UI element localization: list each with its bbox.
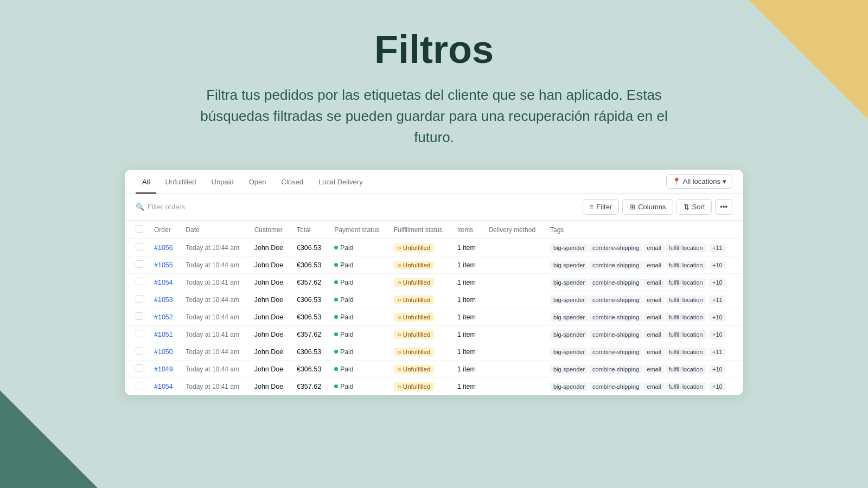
row-select-checkbox[interactable] [136, 243, 143, 251]
row-checkbox[interactable] [125, 239, 149, 256]
tab-local-delivery[interactable]: Local Delivery [312, 170, 369, 194]
tag-pill: fulfill location [666, 313, 706, 322]
order-number[interactable]: #1051 [154, 331, 173, 338]
tabs-list: All Unfulfilled Unpaid Open Closed Local… [136, 170, 369, 193]
row-checkbox[interactable] [125, 256, 149, 274]
row-checkbox[interactable] [125, 378, 149, 395]
row-select-checkbox[interactable] [136, 382, 143, 389]
sort-button[interactable]: ⇅ Sort [676, 199, 712, 215]
tags-overflow: +10 [709, 365, 726, 374]
order-date: Today at 10:41 am [186, 383, 239, 390]
row-date: Today at 10:44 am [180, 239, 248, 256]
tag-pill: big-spender [550, 278, 588, 287]
row-payment-status: Paid [329, 361, 388, 378]
paid-dot-icon [334, 263, 338, 267]
page-title: Filtros [374, 27, 494, 72]
row-checkbox[interactable] [125, 291, 149, 309]
order-number[interactable]: #1049 [154, 365, 173, 373]
row-fulfillment-status: ○ Unfulfilled [388, 361, 452, 378]
order-number[interactable]: #1055 [154, 261, 173, 269]
row-delivery [483, 361, 545, 378]
row-fulfillment-status: ○ Unfulfilled [388, 291, 452, 309]
tag-pill: email [643, 313, 664, 322]
tag-pill: email [643, 296, 664, 304]
table-row[interactable]: #1056 Today at 10:44 am John Doe €306.53… [125, 239, 743, 256]
table-row[interactable]: #1053 Today at 10:44 am John Doe €306.53… [125, 291, 743, 309]
tab-closed[interactable]: Closed [275, 170, 310, 194]
location-pin-icon: 📍 [672, 177, 681, 185]
row-checkbox[interactable] [125, 343, 149, 361]
all-locations-button[interactable]: 📍 All locations ▾ [666, 174, 732, 189]
header-checkbox[interactable] [125, 221, 149, 239]
row-select-checkbox[interactable] [136, 330, 143, 337]
order-number[interactable]: #1050 [154, 348, 173, 356]
row-checkbox[interactable] [125, 326, 149, 343]
more-options-button[interactable]: ••• [715, 199, 732, 215]
table-row[interactable]: #1049 Today at 10:44 am John Doe €306.53… [125, 361, 743, 378]
row-customer: John Doe [249, 343, 291, 361]
search-box[interactable]: 🔍 Filter orders [136, 203, 185, 211]
table-row[interactable]: #1054 Today at 10:41 am John Doe €357.62… [125, 378, 743, 395]
row-fulfillment-status: ○ Unfulfilled [388, 378, 452, 395]
tab-all[interactable]: All [136, 170, 156, 194]
fulfillment-badge: ○ Unfulfilled [394, 382, 435, 391]
table-row[interactable]: #1052 Today at 10:44 am John Doe €306.53… [125, 309, 743, 326]
row-order: #1054 [149, 378, 180, 395]
tag-pill: email [643, 243, 664, 252]
location-label: All locations [683, 177, 720, 185]
table-row[interactable]: #1050 Today at 10:44 am John Doe €306.53… [125, 343, 743, 361]
row-select-checkbox[interactable] [136, 278, 143, 285]
row-date: Today at 10:41 am [180, 274, 248, 291]
order-number[interactable]: #1054 [154, 383, 173, 390]
ellipsis-icon: ••• [720, 203, 727, 211]
row-select-checkbox[interactable] [136, 347, 143, 355]
row-select-checkbox[interactable] [136, 312, 143, 320]
row-total: €357.62 [291, 378, 329, 395]
tags-overflow: +11 [709, 348, 726, 356]
row-delivery [483, 326, 545, 343]
select-all-checkbox[interactable] [136, 225, 143, 233]
order-number[interactable]: #1056 [154, 244, 173, 252]
row-fulfillment-status: ○ Unfulfilled [388, 326, 452, 343]
row-tags: big-spendercombine-shippingemailfulfill … [545, 291, 743, 309]
row-checkbox[interactable] [125, 361, 149, 378]
row-total: €306.53 [291, 343, 329, 361]
row-customer: John Doe [249, 239, 291, 256]
order-date: Today at 10:44 am [186, 313, 239, 321]
row-checkbox[interactable] [125, 274, 149, 291]
row-date: Today at 10:44 am [180, 309, 248, 326]
fulfillment-badge: ○ Unfulfilled [394, 348, 435, 356]
tag-pill: fulfill location [666, 348, 706, 356]
order-number[interactable]: #1053 [154, 296, 173, 304]
row-select-checkbox[interactable] [136, 364, 143, 372]
tag-pill: big-spender [550, 313, 588, 322]
row-total: €306.53 [291, 256, 329, 274]
tab-unfulfilled[interactable]: Unfulfilled [158, 170, 202, 194]
row-tags: big-spendercombine-shippingemailfulfill … [545, 309, 743, 326]
tag-pill: big-spender [550, 382, 588, 391]
row-tags: big-spendercombine-shippingemailfulfill … [545, 256, 743, 274]
payment-badge: Paid [334, 279, 353, 286]
location-selector: 📍 All locations ▾ [666, 174, 732, 189]
table-row[interactable]: #1054 Today at 10:41 am John Doe €357.62… [125, 274, 743, 291]
table-row[interactable]: #1051 Today at 10:41 am John Doe €357.62… [125, 326, 743, 343]
table-row[interactable]: #1055 Today at 10:44 am John Doe €306.53… [125, 256, 743, 274]
columns-button[interactable]: ⊞ Columns [622, 199, 673, 215]
order-number[interactable]: #1052 [154, 313, 173, 321]
paid-dot-icon [334, 280, 338, 284]
filter-button[interactable]: ≡ Filter [583, 199, 619, 215]
row-items: 1 item [452, 291, 483, 309]
row-delivery [483, 343, 545, 361]
tab-open[interactable]: Open [242, 170, 273, 194]
row-order: #1055 [149, 256, 180, 274]
tag-pill: email [643, 278, 664, 287]
row-tags: big-spendercombine-shippingemailfulfill … [545, 361, 743, 378]
tab-unpaid[interactable]: Unpaid [205, 170, 240, 194]
payment-badge: Paid [334, 244, 353, 252]
row-payment-status: Paid [329, 291, 388, 309]
row-items: 1 item [452, 343, 483, 361]
row-select-checkbox[interactable] [136, 260, 143, 268]
row-select-checkbox[interactable] [136, 295, 143, 303]
order-number[interactable]: #1054 [154, 279, 173, 286]
row-checkbox[interactable] [125, 309, 149, 326]
